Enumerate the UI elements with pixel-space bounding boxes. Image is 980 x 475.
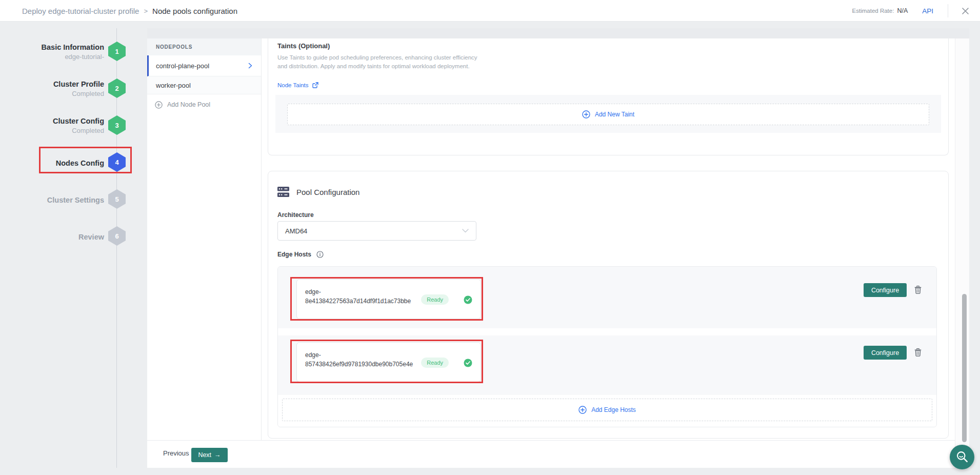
plus-circle-icon (155, 101, 163, 109)
api-link[interactable]: API (922, 7, 933, 15)
step-5-badge: 5 (108, 189, 126, 209)
wizard-body: NODEPOOLS control-plane-pool worker-pool… (147, 28, 969, 468)
estimated-rate-label: Estimated Rate: (852, 8, 894, 14)
scrollbar-track[interactable] (955, 38, 969, 468)
previous-button[interactable]: Previous (163, 449, 189, 457)
annotation-box-edge-host-2 (290, 340, 483, 383)
add-edge-hosts-label: Add Edge Hosts (591, 406, 636, 413)
edge-hosts-list: edge- 8e41384227563a7d14df9f1d1ac73bbe R… (277, 266, 937, 427)
step-label: Review (7, 232, 104, 242)
taints-list-area: Add New Taint (275, 95, 941, 133)
plus-circle-icon (578, 406, 587, 414)
arrow-right-icon: → (214, 451, 221, 459)
step-cluster-config[interactable]: Cluster Config Completed (7, 116, 104, 135)
pool-configuration-title: Pool Configuration (296, 188, 359, 196)
edge-host-row: edge- 857438426ef9d9781930dbe90b705e4e R… (278, 335, 936, 395)
edge-hosts-label-row: Edge Hosts (277, 251, 324, 258)
configure-button[interactable]: Configure (864, 283, 907, 297)
wizard-stepper: Basic Information edge-tutorial- 1 Clust… (0, 28, 147, 468)
step-cluster-settings[interactable]: Cluster Settings (7, 195, 104, 205)
step-label: Cluster Config (7, 116, 104, 126)
deploy-cluster-wizard: Deploy edge-tutorial-cluster profile > N… (0, 0, 980, 475)
row-divider (278, 328, 936, 335)
annotation-box-nodes-config (39, 147, 132, 173)
trash-icon[interactable] (913, 347, 923, 358)
estimated-rate-value: N/A (897, 7, 908, 14)
step-sublabel: edge-tutorial- (7, 52, 104, 62)
nodepool-item-worker-pool[interactable]: worker-pool (147, 76, 261, 94)
step-6-badge: 6 (108, 226, 126, 246)
step-sublabel: Completed (7, 126, 104, 135)
pool-configuration-section: Pool Configuration Architecture AMD64 Ed… (268, 171, 949, 439)
trash-icon[interactable] (913, 285, 923, 295)
magnifier-smile-icon (954, 449, 970, 465)
breadcrumb-separator: > (144, 7, 148, 15)
close-icon[interactable] (957, 3, 973, 18)
step-label: Basic Information (7, 42, 104, 52)
edge-host-row: edge- 8e41384227563a7d14df9f1d1ac73bbe R… (278, 267, 936, 328)
edge-hosts-label: Edge Hosts (277, 251, 311, 258)
taints-description: Use Taints to guide pod scheduling prefe… (277, 53, 478, 70)
nodepool-label: worker-pool (156, 82, 191, 89)
nodepool-label: control-plane-pool (156, 62, 209, 70)
next-button[interactable]: Next → (191, 448, 228, 462)
node-taints-link[interactable]: Node Taints (277, 82, 318, 88)
step-2-badge: 2 (108, 78, 126, 98)
breadcrumb: Deploy edge-tutorial-cluster profile > N… (22, 0, 237, 22)
edge-hosts-add-area: Add Edge Hosts (278, 395, 936, 427)
architecture-label: Architecture (277, 211, 314, 219)
info-icon[interactable] (316, 251, 324, 258)
step-review[interactable]: Review (7, 232, 104, 242)
add-new-taint-label: Add New Taint (595, 111, 634, 118)
step-3-badge: 3 (108, 115, 126, 135)
wizard-header: Deploy edge-tutorial-cluster profile > N… (0, 0, 980, 22)
step-label: Cluster Settings (7, 195, 104, 205)
add-new-taint-button[interactable]: Add New Taint (287, 104, 929, 125)
scrollbar-thumb[interactable] (962, 294, 967, 442)
pool-detail-area: Taints (Optional) Use Taints to guide po… (262, 38, 955, 440)
architecture-select[interactable]: AMD64 (277, 221, 476, 241)
scrolled-content-band (147, 28, 969, 38)
step-basic-information[interactable]: Basic Information edge-tutorial- (7, 42, 104, 62)
add-node-pool-button[interactable]: Add Node Pool (147, 94, 261, 115)
configure-button[interactable]: Configure (864, 346, 907, 360)
help-search-fab[interactable] (950, 445, 974, 469)
step-1-badge: 1 (108, 42, 126, 61)
chevron-down-icon (462, 229, 469, 233)
wizard-footer: Previous Next → (147, 440, 955, 468)
plus-circle-icon (582, 110, 590, 118)
add-edge-hosts-button[interactable]: Add Edge Hosts (282, 399, 932, 421)
header-divider (948, 4, 948, 17)
nodepools-panel: NODEPOOLS control-plane-pool worker-pool… (147, 38, 262, 440)
chevron-right-icon (248, 63, 253, 69)
annotation-box-edge-host-1 (290, 277, 483, 321)
add-node-pool-label: Add Node Pool (167, 101, 210, 108)
taints-title: Taints (Optional) (277, 42, 330, 50)
nodepools-panel-title: NODEPOOLS (147, 38, 261, 55)
page-title: Node pools configuration (152, 7, 237, 15)
nodepool-item-control-plane-pool[interactable]: control-plane-pool (147, 55, 261, 76)
breadcrumb-profile: Deploy edge-tutorial-cluster profile (22, 7, 139, 15)
architecture-value: AMD64 (285, 227, 307, 235)
external-link-icon (312, 82, 318, 88)
step-sublabel: Completed (7, 89, 104, 98)
server-icon (277, 187, 289, 197)
step-cluster-profile[interactable]: Cluster Profile Completed (7, 79, 104, 98)
step-label: Cluster Profile (7, 79, 104, 89)
taints-section: Taints (Optional) Use Taints to guide po… (268, 38, 949, 155)
